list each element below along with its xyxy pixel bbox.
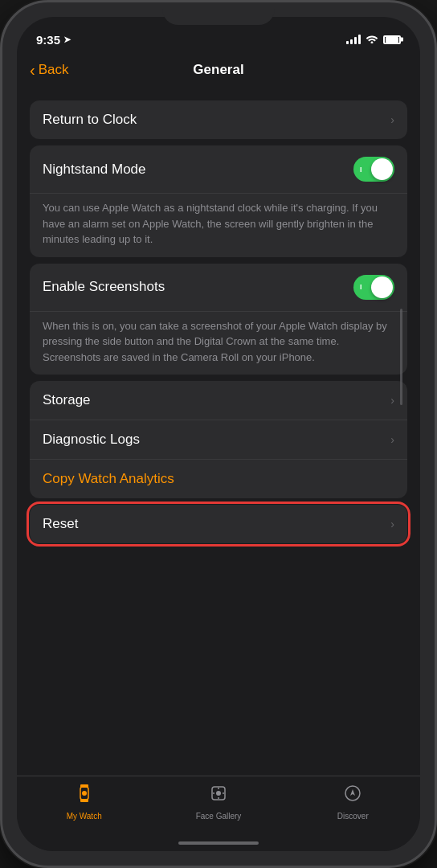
nightstand-mode-row[interactable]: Nightstand Mode I (30, 145, 407, 194)
diagnostics-section: Storage › Diagnostic Logs › Copy Watch A… (30, 381, 407, 498)
toggle-on-label-2: I (360, 283, 362, 291)
phone-screen: 9:35 ➤ ‹ Back (17, 17, 420, 851)
toggle-on-label: I (360, 166, 362, 174)
enable-screenshots-row[interactable]: Enable Screenshots I (30, 264, 407, 312)
back-label: Back (39, 62, 69, 78)
storage-value: › (390, 394, 394, 407)
svg-rect-1 (80, 784, 88, 788)
return-to-clock-label: Return to Clock (43, 112, 137, 128)
return-to-clock-row[interactable]: Return to Clock › (30, 100, 407, 139)
diagnostic-logs-row[interactable]: Diagnostic Logs › (30, 420, 407, 460)
tab-bar: My Watch Face Gallery (17, 776, 420, 841)
tab-face-gallery[interactable]: Face Gallery (151, 783, 285, 821)
enable-screenshots-toggle[interactable]: I (353, 275, 394, 300)
svg-rect-2 (80, 799, 88, 802)
copy-watch-analytics-row[interactable]: Copy Watch Analytics (30, 460, 407, 498)
back-button[interactable]: ‹ Back (30, 62, 68, 78)
back-chevron-icon: ‹ (30, 62, 35, 78)
reset-label: Reset (43, 516, 78, 532)
tab-discover[interactable]: Discover (286, 783, 420, 821)
discover-label: Discover (337, 812, 369, 821)
svg-point-5 (216, 791, 221, 796)
tab-my-watch[interactable]: My Watch (17, 783, 151, 821)
reset-section: Reset › (30, 505, 407, 543)
content-area[interactable]: Return to Clock › Nightstand Mode I You … (17, 88, 420, 776)
chevron-right-icon: › (390, 113, 394, 126)
my-watch-icon (74, 783, 95, 809)
wifi-icon (366, 34, 378, 46)
notch (162, 2, 275, 25)
nightstand-mode-description: You can use Apple Watch as a nightstand … (30, 194, 407, 257)
svg-point-3 (82, 791, 87, 796)
storage-row[interactable]: Storage › (30, 381, 407, 420)
nightstand-mode-section: Nightstand Mode I You can use Apple Watc… (30, 145, 407, 257)
page-title: General (193, 62, 243, 78)
toggle-knob (371, 158, 393, 180)
signal-icon (346, 35, 361, 44)
enable-screenshots-section: Enable Screenshots I When this is on, yo… (30, 264, 407, 375)
storage-label: Storage (43, 392, 91, 408)
my-watch-label: My Watch (67, 812, 102, 821)
time-display: 9:35 (36, 33, 60, 47)
reset-chevron-icon: › (390, 518, 394, 530)
home-indicator-container (17, 841, 420, 851)
nightstand-mode-label: Nightstand Mode (43, 162, 146, 178)
discover-icon (342, 783, 363, 809)
phone-shell: 9:35 ➤ ‹ Back (0, 0, 437, 868)
diagnostic-logs-value: › (390, 433, 394, 446)
return-to-clock-section: Return to Clock › (30, 100, 407, 139)
copy-watch-analytics-label: Copy Watch Analytics (43, 471, 174, 487)
nav-bar: ‹ Back General (17, 52, 420, 88)
storage-chevron-icon: › (390, 394, 394, 407)
diagnostic-logs-label: Diagnostic Logs (43, 432, 140, 448)
scroll-indicator (400, 309, 402, 405)
return-to-clock-value: › (390, 113, 394, 126)
nightstand-mode-toggle[interactable]: I (353, 157, 394, 182)
home-indicator (178, 841, 259, 845)
location-arrow-icon: ➤ (63, 35, 71, 45)
status-time: 9:35 ➤ (36, 33, 71, 47)
svg-marker-11 (350, 789, 355, 796)
enable-screenshots-label: Enable Screenshots (43, 279, 165, 295)
enable-screenshots-description: When this is on, you can take a screensh… (30, 312, 407, 375)
status-icons (346, 34, 401, 46)
toggle-knob-2 (371, 276, 393, 298)
diagnostic-logs-chevron-icon: › (390, 433, 394, 446)
reset-row[interactable]: Reset › (30, 505, 407, 543)
face-gallery-label: Face Gallery (196, 812, 242, 821)
battery-icon (383, 35, 401, 44)
face-gallery-icon (208, 783, 229, 809)
